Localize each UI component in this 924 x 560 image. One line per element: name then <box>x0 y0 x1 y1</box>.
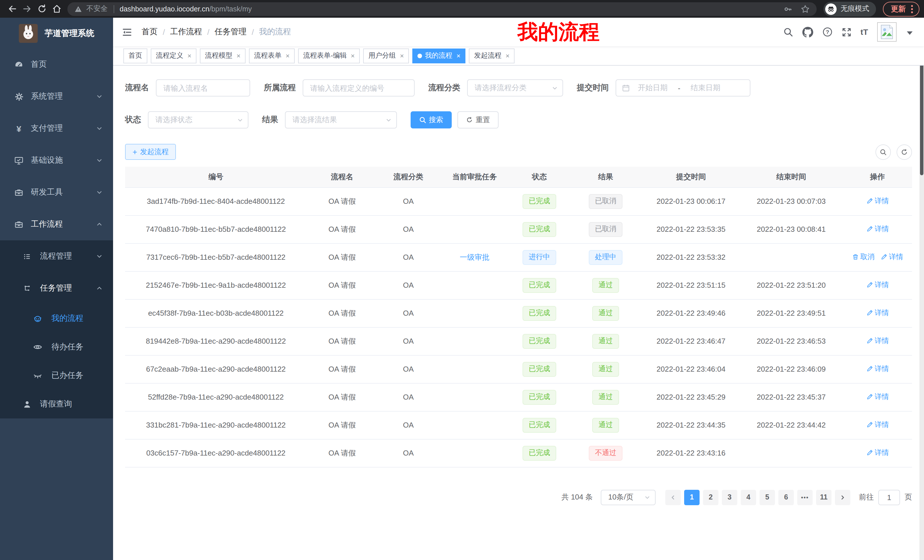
tab-close-icon[interactable]: × <box>188 52 191 59</box>
font-size-icon[interactable]: tT <box>861 27 868 36</box>
detail-link[interactable]: 详情 <box>866 225 889 234</box>
breadcrumb-workflow[interactable]: 工作流程 <box>170 27 202 37</box>
detail-link[interactable]: 详情 <box>866 448 889 458</box>
fullscreen-icon[interactable] <box>842 27 852 37</box>
tab-我的流程[interactable]: 我的流程× <box>412 48 465 63</box>
column-header: 状态 <box>510 167 569 187</box>
cell-end-time: 2022-01-22 23:46:09 <box>740 355 843 383</box>
table-row: 3ad174fb-7b9d-11ec-8404-acde48001122OA 请… <box>125 187 912 215</box>
sidebar-item-done-tasks[interactable]: 已办任务 <box>0 361 113 390</box>
prev-page-button[interactable] <box>665 490 681 505</box>
tab-close-icon[interactable]: × <box>456 52 460 59</box>
sidebar-item-home[interactable]: 首页 <box>0 48 113 81</box>
start-date-placeholder[interactable]: 开始日期 <box>638 83 668 93</box>
home-button[interactable] <box>49 1 64 16</box>
cancel-link[interactable]: 取消 <box>852 252 874 262</box>
end-date-placeholder[interactable]: 结束日期 <box>691 83 720 93</box>
reset-button[interactable]: 重置 <box>458 111 498 129</box>
cell-submit-time: 2022-01-22 23:43:16 <box>642 439 740 467</box>
page-4[interactable]: 4 <box>741 490 756 505</box>
detail-link[interactable]: 详情 <box>866 308 889 318</box>
tab-close-icon[interactable]: × <box>285 52 290 59</box>
category-select[interactable]: 请选择流程分类 <box>467 79 563 96</box>
result-select[interactable]: 请选择流结果 <box>285 111 397 129</box>
update-button[interactable]: 更新 <box>883 1 920 16</box>
page-2[interactable]: 2 <box>703 490 718 505</box>
process-name-input[interactable] <box>156 79 250 96</box>
tab-首页[interactable]: 首页 <box>123 48 147 63</box>
detail-link[interactable]: 详情 <box>866 196 889 206</box>
sidebar-item-todo-tasks[interactable]: 待办任务 <box>0 333 113 361</box>
page-1[interactable]: 1 <box>684 490 700 505</box>
detail-link[interactable]: 详情 <box>866 364 889 374</box>
sidebar-item-task-mgmt[interactable]: 任务管理 <box>0 272 113 304</box>
tab-close-icon[interactable]: × <box>351 52 355 59</box>
sidebar-item-label: 基础设施 <box>31 155 63 166</box>
page-3[interactable]: 3 <box>722 490 737 505</box>
sidebar-item-leave-query[interactable]: 请假查询 <box>0 390 113 418</box>
cell-current-task <box>439 355 510 383</box>
github-icon[interactable] <box>802 27 813 37</box>
bookmark-star-icon[interactable] <box>801 4 810 13</box>
tab-close-icon[interactable]: × <box>400 52 404 59</box>
tab-发起流程[interactable]: 发起流程× <box>469 48 514 63</box>
chevron-down-icon[interactable] <box>907 31 913 38</box>
tab-流程表单[interactable]: 流程表单× <box>249 48 295 63</box>
search-icon[interactable] <box>783 27 793 37</box>
next-page-button[interactable] <box>835 490 850 505</box>
detail-link[interactable]: 详情 <box>866 336 889 346</box>
eye-closed-icon <box>33 371 42 380</box>
plus-icon: + <box>132 148 137 156</box>
page-11[interactable]: 11 <box>816 490 831 505</box>
submit-time-range[interactable]: 开始日期 - 结束日期 <box>616 79 750 96</box>
page-size-select[interactable]: 10条/页 <box>601 490 656 505</box>
tab-close-icon[interactable]: × <box>236 52 240 59</box>
breadcrumb-task-mgmt[interactable]: 任务管理 <box>215 27 247 37</box>
pagination: 共 104 条 10条/页 123456•••11 前往 <box>125 490 912 505</box>
sidebar-item-infra[interactable]: 基础设施 <box>0 144 113 177</box>
refresh-table-button[interactable] <box>897 144 912 160</box>
forward-button[interactable] <box>20 1 34 16</box>
sidebar-item-workflow[interactable]: 工作流程 <box>0 208 113 240</box>
process-def-input[interactable] <box>303 79 415 96</box>
sidebar-item-my-process[interactable]: 我的流程 <box>0 304 113 333</box>
sidebar-item-process-mgmt[interactable]: 流程管理 <box>0 240 113 272</box>
avatar[interactable] <box>877 22 897 42</box>
detail-link[interactable]: 详情 <box>866 392 889 402</box>
toggle-search-button[interactable] <box>876 144 891 160</box>
tab-用户分组[interactable]: 用户分组× <box>363 48 409 63</box>
detail-link[interactable]: 详情 <box>866 420 889 430</box>
tab-流程定义[interactable]: 流程定义× <box>151 48 196 63</box>
tab-流程表单-编辑[interactable]: 流程表单-编辑× <box>298 48 360 63</box>
breadcrumb-home[interactable]: 首页 <box>142 27 158 37</box>
sidebar-item-devtools[interactable]: 研发工具 <box>0 177 113 208</box>
search-button[interactable]: 搜索 <box>411 111 452 129</box>
page-5[interactable]: 5 <box>759 490 775 505</box>
address-bar[interactable]: 不安全 dashboard.yudao.iocoder.cn/bpm/task/… <box>68 2 817 16</box>
goto-page-input[interactable] <box>878 490 900 505</box>
detail-link[interactable]: 详情 <box>880 252 903 262</box>
start-process-button[interactable]: + 发起流程 <box>125 144 176 160</box>
detail-link[interactable]: 详情 <box>866 280 889 290</box>
category-label: 流程分类 <box>428 83 460 93</box>
app-logo-row[interactable]: 芋道管理系统 <box>0 18 113 48</box>
cell-end-time <box>740 243 843 271</box>
page-6[interactable]: 6 <box>778 490 794 505</box>
tab-流程模型[interactable]: 流程模型× <box>200 48 246 63</box>
sidebar-item-payment[interactable]: ¥ 支付管理 <box>0 112 113 144</box>
back-button[interactable] <box>4 1 20 16</box>
current-task-link[interactable]: 一级审批 <box>460 253 489 261</box>
page-ellipsis[interactable]: ••• <box>797 490 813 505</box>
key-icon[interactable] <box>783 4 793 13</box>
security-badge[interactable]: 不安全 <box>86 4 108 14</box>
cell-submit-time: 2022-01-22 23:51:15 <box>642 271 740 299</box>
status-select[interactable]: 请选择状态 <box>148 111 248 129</box>
cell-end-time: 2022-01-22 23:46:53 <box>740 327 843 355</box>
result-label: 结果 <box>262 115 278 125</box>
cell-status: 已完成 <box>510 327 569 355</box>
tab-close-icon[interactable]: × <box>506 52 509 59</box>
sidebar-item-system[interactable]: 系统管理 <box>0 81 113 112</box>
reload-button[interactable] <box>34 1 49 16</box>
sidebar-collapse-icon[interactable] <box>122 27 132 37</box>
help-icon[interactable]: ? <box>822 27 832 37</box>
